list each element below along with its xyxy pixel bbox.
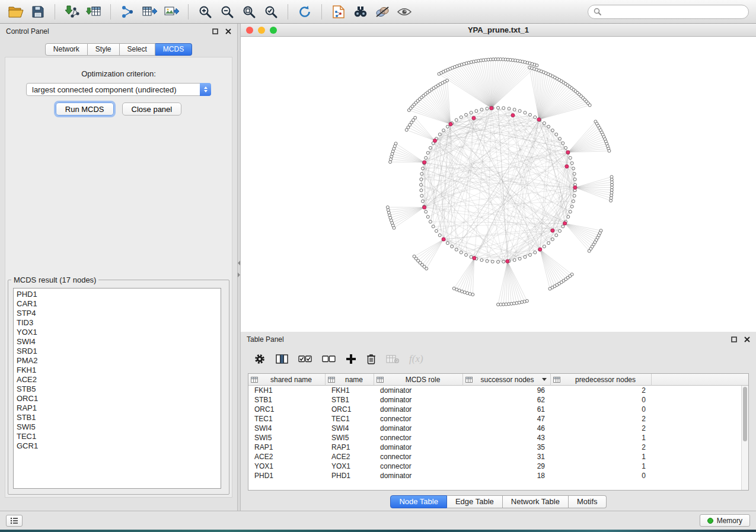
export-network-icon[interactable] — [119, 3, 136, 21]
zoom-fit-icon[interactable] — [240, 3, 258, 21]
mcds-result-item[interactable]: YOX1 — [17, 328, 221, 337]
tab-node-table[interactable]: Node Table — [390, 495, 447, 508]
mcds-result-item[interactable]: SWI5 — [17, 422, 221, 432]
table-cell: ACE2 — [326, 452, 374, 462]
tab-select[interactable]: Select — [120, 43, 155, 56]
sort-caret-icon[interactable] — [542, 378, 547, 381]
main-toolbar — [0, 0, 756, 24]
mcds-result-item[interactable]: ORC1 — [17, 394, 221, 403]
tab-mcds[interactable]: MCDS — [155, 43, 192, 56]
refresh-icon[interactable] — [296, 3, 314, 21]
table-cell: PHD1 — [326, 471, 374, 480]
close-panel-icon[interactable] — [744, 336, 750, 342]
column-header-label: predecessor nodes — [562, 376, 649, 384]
close-panel-icon[interactable] — [225, 28, 231, 34]
style-filter-icon[interactable] — [374, 3, 391, 21]
table-row[interactable]: YOX1YOX1connector291 — [248, 462, 748, 471]
table-cell: SWI4 — [248, 424, 326, 433]
column-header-label: successor nodes — [474, 376, 540, 384]
mcds-result-item[interactable]: PHD1 — [17, 290, 221, 299]
mcds-result-item[interactable]: STB5 — [17, 384, 221, 394]
zoom-in-icon[interactable] — [196, 3, 214, 21]
table-cell: 2 — [551, 443, 652, 452]
status-bar: Memory — [0, 511, 756, 530]
zoom-out-icon[interactable] — [218, 3, 236, 21]
open-file-icon[interactable] — [7, 3, 25, 21]
export-image-icon[interactable] — [162, 3, 180, 21]
memory-button-label: Memory — [717, 517, 742, 525]
mcds-result-item[interactable]: TEC1 — [17, 432, 221, 441]
deselect-all-icon[interactable] — [322, 354, 336, 364]
table-cell: dominator — [374, 386, 463, 395]
table-cell: FKH1 — [326, 386, 374, 395]
table-row[interactable]: RAP1RAP1dominator352 — [248, 443, 748, 452]
create-column-icon[interactable] — [346, 354, 356, 364]
mcds-result-item[interactable]: PMA2 — [17, 356, 221, 366]
table-row[interactable]: STB1STB1dominator620 — [248, 395, 748, 405]
import-table-icon[interactable] — [85, 3, 103, 21]
table-row[interactable]: ORC1ORC1dominator610 — [248, 405, 748, 414]
table-row[interactable]: SWI4SWI4dominator462 — [248, 424, 748, 433]
delete-column-icon[interactable] — [366, 353, 376, 365]
mcds-result-item[interactable]: RAP1 — [17, 403, 221, 413]
zoom-selected-icon[interactable] — [262, 3, 280, 21]
mcds-result-item[interactable]: STB1 — [17, 413, 221, 422]
mcds-result-item[interactable]: STP4 — [17, 309, 221, 318]
table-settings-gear-icon[interactable] — [254, 353, 266, 365]
column-header-MCDS-role[interactable]: MCDS role — [374, 374, 463, 386]
network-view-panel: YPA_prune.txt_1 — [241, 24, 756, 332]
share-document-icon[interactable] — [330, 3, 347, 21]
tab-network-table[interactable]: Network Table — [503, 495, 569, 508]
column-header-successor-nodes[interactable]: successor nodes — [463, 374, 551, 386]
select-all-icon[interactable] — [298, 354, 312, 364]
mcds-result-item[interactable]: FKH1 — [17, 366, 221, 375]
show-columns-icon[interactable] — [276, 354, 288, 364]
cytopanel-list-button[interactable] — [6, 515, 23, 527]
window-close-button[interactable] — [246, 27, 253, 34]
scrollbar-thumb[interactable] — [743, 387, 747, 441]
network-title: YPA_prune.txt_1 — [468, 25, 529, 34]
table-cell: connector — [374, 433, 463, 443]
table-cell: connector — [374, 462, 463, 471]
export-table-icon[interactable] — [141, 3, 158, 21]
table-row[interactable]: PHD1PHD1dominator180 — [248, 471, 748, 480]
table-scrollbar[interactable] — [741, 386, 748, 490]
tab-style[interactable]: Style — [88, 43, 120, 56]
float-panel-icon[interactable] — [212, 28, 218, 34]
criterion-dropdown[interactable]: largest connected component (undirected) — [26, 83, 211, 96]
mcds-result-item[interactable]: ACE2 — [17, 375, 221, 384]
table-cell: 31 — [463, 452, 551, 462]
window-minimize-button[interactable] — [258, 27, 265, 34]
column-header-name[interactable]: name — [326, 374, 374, 386]
table-row[interactable]: FKH1FKH1dominator962 — [248, 386, 748, 395]
mcds-result-item[interactable]: CAR1 — [17, 299, 221, 309]
float-panel-icon[interactable] — [731, 336, 737, 342]
table-row[interactable]: ACE2ACE2connector311 — [248, 452, 748, 462]
network-canvas[interactable] — [241, 37, 756, 331]
table-row[interactable]: SWI5SWI5connector431 — [248, 433, 748, 443]
mcds-result-item[interactable]: TID3 — [17, 318, 221, 328]
table-cell: connector — [374, 414, 463, 424]
window-zoom-button[interactable] — [270, 27, 277, 34]
mcds-result-item[interactable]: GCR1 — [17, 441, 221, 451]
tab-edge-table[interactable]: Edge Table — [447, 495, 503, 508]
table-row[interactable]: TEC1TEC1connector472 — [248, 414, 748, 424]
run-mcds-button[interactable]: Run MCDS — [56, 102, 114, 116]
mcds-result-list[interactable]: PHD1CAR1STP4TID3YOX1SWI4SRD1PMA2FKH1ACE2… — [13, 288, 221, 489]
search-box[interactable] — [588, 5, 749, 19]
tab-motifs[interactable]: Motifs — [569, 495, 607, 508]
show-hide-icon[interactable] — [395, 3, 413, 21]
column-header-predecessor-nodes[interactable]: predecessor nodes — [551, 374, 652, 386]
close-panel-button[interactable]: Close panel — [122, 102, 182, 116]
table-cell: 35 — [463, 443, 551, 452]
import-network-icon[interactable] — [63, 3, 81, 21]
optimization-criterion-label: Optimization criterion: — [5, 69, 232, 78]
mcds-result-item[interactable]: SWI4 — [17, 337, 221, 347]
column-header-shared-name[interactable]: shared name — [248, 374, 326, 386]
tab-network[interactable]: Network — [45, 43, 88, 56]
mcds-result-item[interactable]: SRD1 — [17, 347, 221, 356]
save-session-icon[interactable] — [29, 3, 47, 21]
memory-button[interactable]: Memory — [700, 514, 750, 527]
find-icon[interactable] — [352, 3, 369, 21]
search-input[interactable] — [605, 7, 743, 16]
